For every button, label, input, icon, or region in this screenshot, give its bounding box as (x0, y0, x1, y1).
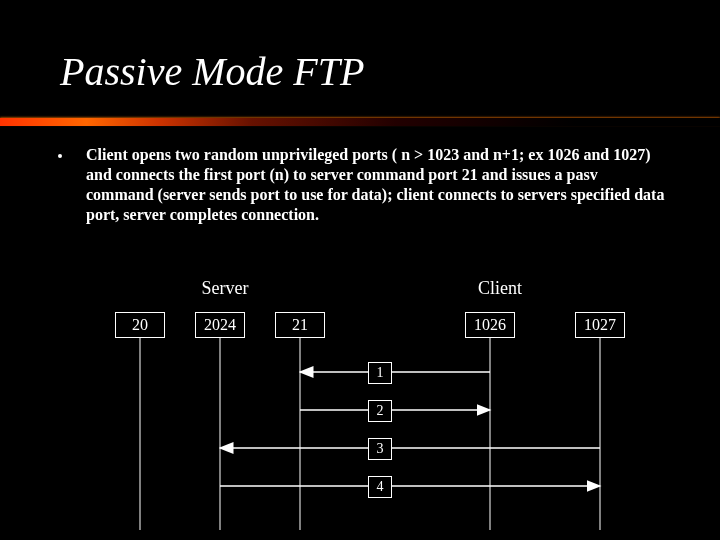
port-box-1026: 1026 (465, 312, 515, 338)
step-1: 1 (368, 362, 392, 384)
port-box-2024: 2024 (195, 312, 245, 338)
lifeline-1027 (600, 338, 601, 530)
page-title: Passive Mode FTP (60, 48, 364, 95)
client-label: Client (478, 278, 522, 299)
lifeline-21 (300, 338, 301, 530)
port-box-21: 21 (275, 312, 325, 338)
lifeline-2024 (220, 338, 221, 530)
server-label: Server (202, 278, 249, 299)
port-box-1027: 1027 (575, 312, 625, 338)
port-box-20: 20 (115, 312, 165, 338)
step-4: 4 (368, 476, 392, 498)
lifeline-20 (140, 338, 141, 530)
slide: Passive Mode FTP Client opens two random… (0, 0, 720, 540)
step-3: 3 (368, 438, 392, 460)
lifeline-1026 (490, 338, 491, 530)
decorative-rule (0, 118, 720, 126)
bullet-text: Client opens two random unprivileged por… (86, 145, 666, 225)
step-2: 2 (368, 400, 392, 422)
bullet-dot-icon (58, 154, 62, 158)
